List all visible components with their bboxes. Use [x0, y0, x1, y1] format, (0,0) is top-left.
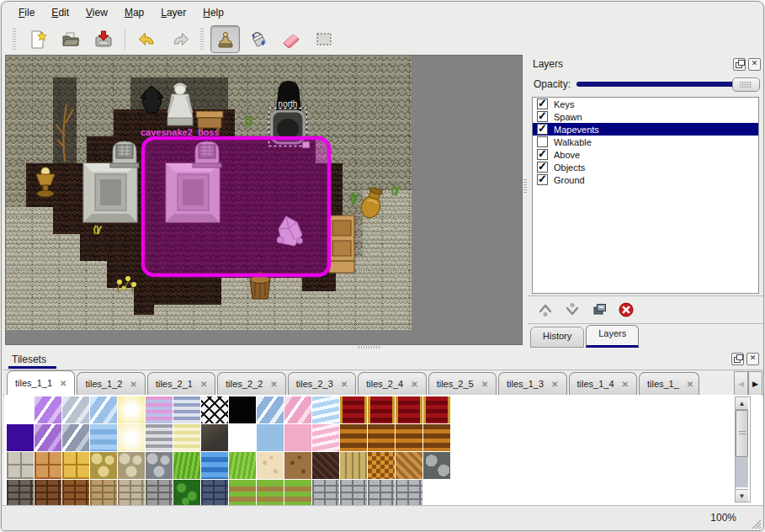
palette-tile[interactable]: [423, 424, 450, 451]
palette-tile[interactable]: [368, 396, 395, 423]
palette-tile[interactable]: [284, 396, 311, 423]
palette-tile[interactable]: [118, 396, 145, 423]
tab-close-icon[interactable]: [130, 380, 136, 389]
palette-tile[interactable]: [173, 424, 200, 451]
palette-tile[interactable]: [368, 480, 395, 505]
tileset-tab-tiles_2_2[interactable]: tiles_2_2: [217, 372, 285, 395]
tab-close-icon[interactable]: [551, 380, 558, 389]
palette-tile[interactable]: [118, 452, 145, 479]
menu-layer[interactable]: Layer: [152, 5, 194, 20]
menu-view[interactable]: View: [77, 5, 116, 20]
palette-tile[interactable]: [312, 424, 339, 451]
map-selection[interactable]: [143, 138, 329, 275]
tileset-tab-tiles_1_1[interactable]: tiles_1_1: [7, 370, 75, 395]
save-file-button[interactable]: [88, 25, 118, 53]
palette-tile[interactable]: [423, 480, 450, 505]
palette-tile[interactable]: [396, 480, 422, 505]
layer-visibility-checkbox[interactable]: [537, 98, 548, 109]
opacity-slider-handle[interactable]: [732, 77, 760, 92]
resize-grip[interactable]: [750, 518, 762, 529]
palette-tile[interactable]: [368, 452, 395, 479]
palette-tile[interactable]: [201, 480, 228, 505]
palette-tile[interactable]: [146, 480, 173, 505]
tileset-tab-tiles_1_[interactable]: tiles_1_: [639, 372, 699, 395]
close-panel-button[interactable]: [748, 58, 761, 71]
layer-visibility-checkbox[interactable]: [537, 149, 548, 160]
layer-row-spawn[interactable]: Spawn: [533, 110, 758, 123]
palette-tile[interactable]: [62, 480, 89, 505]
menu-file[interactable]: File: [10, 5, 43, 20]
tileset-tab-tiles_1_3[interactable]: tiles_1_3: [498, 372, 566, 395]
palette-tile[interactable]: [201, 452, 228, 479]
palette-tile[interactable]: [340, 452, 367, 479]
palette-tile[interactable]: [257, 480, 284, 505]
layer-visibility-checkbox[interactable]: [537, 136, 548, 147]
delete-layer-button[interactable]: [615, 299, 637, 321]
palette-tile[interactable]: [118, 424, 145, 451]
palette-tile[interactable]: [201, 396, 228, 423]
layer-visibility-checkbox[interactable]: [537, 162, 548, 173]
palette-tile[interactable]: [35, 452, 61, 479]
palette-tile[interactable]: [229, 452, 256, 479]
tileset-tab-tiles_1_4[interactable]: tiles_1_4: [569, 372, 637, 395]
palette-tile[interactable]: [312, 480, 339, 505]
palette-tile[interactable]: [312, 452, 339, 479]
tab-close-icon[interactable]: [200, 380, 207, 389]
tab-history[interactable]: History: [530, 327, 584, 348]
layer-visibility-checkbox[interactable]: [537, 111, 548, 122]
palette-tile[interactable]: [35, 424, 61, 451]
float-tilesets-button[interactable]: [731, 353, 744, 365]
palette-tile[interactable]: [201, 424, 228, 451]
layer-row-walkable[interactable]: Walkable: [533, 136, 758, 148]
palette-tile[interactable]: [257, 424, 284, 451]
select-tool-button[interactable]: [309, 25, 338, 53]
palette-tile[interactable]: [396, 396, 422, 423]
palette-tile[interactable]: [7, 424, 34, 451]
tab-close-icon[interactable]: [411, 380, 417, 389]
palette-tile[interactable]: [257, 396, 284, 423]
tab-layers[interactable]: Layers: [586, 325, 639, 348]
palette-tile[interactable]: [90, 396, 117, 423]
tab-close-icon[interactable]: [341, 380, 348, 389]
tileset-tab-tiles_2_3[interactable]: tiles_2_3: [288, 372, 356, 395]
tileset-tab-tiles_2_4[interactable]: tiles_2_4: [358, 372, 426, 395]
palette-tile[interactable]: [312, 396, 339, 423]
tab-close-icon[interactable]: [481, 380, 488, 389]
palette-tile[interactable]: [396, 424, 422, 451]
palette-tile[interactable]: [146, 396, 173, 423]
palette-tile[interactable]: [35, 480, 61, 505]
palette-tile[interactable]: [90, 480, 117, 505]
palette-tile[interactable]: [146, 424, 173, 451]
move-layer-up-button[interactable]: [534, 299, 556, 321]
palette-tile[interactable]: [7, 480, 34, 505]
tileset-tab-tiles_2_5[interactable]: tiles_2_5: [428, 372, 497, 395]
tab-close-icon[interactable]: [687, 380, 693, 389]
palette-tile[interactable]: [229, 480, 256, 505]
palette-tile[interactable]: [284, 424, 311, 451]
map-canvas[interactable]: north cavesnake2_boss cavesnake2_boss: [6, 56, 412, 330]
palette-tile[interactable]: [7, 452, 34, 479]
tab-scroll-right-button[interactable]: ▶: [748, 371, 762, 396]
tileset-tab-tiles_2_1[interactable]: tiles_2_1: [147, 372, 215, 395]
palette-tile[interactable]: [257, 452, 284, 479]
palette-tile[interactable]: [229, 396, 256, 423]
menu-map[interactable]: Map: [116, 5, 152, 20]
tab-close-icon[interactable]: [270, 380, 277, 389]
palette-tile[interactable]: [90, 452, 117, 479]
tab-close-icon[interactable]: [622, 380, 629, 389]
palette-tile[interactable]: [423, 396, 450, 423]
palette-tile[interactable]: [340, 424, 367, 451]
palette-tile[interactable]: [340, 396, 367, 423]
layer-row-ground[interactable]: Ground: [533, 173, 758, 186]
palette-tile[interactable]: [229, 424, 256, 451]
palette-tile[interactable]: [146, 452, 173, 479]
scrollbar-thumb[interactable]: [736, 410, 748, 457]
palette-tile[interactable]: [340, 480, 367, 505]
layer-row-above[interactable]: Above: [533, 148, 758, 161]
move-layer-down-button[interactable]: [561, 299, 583, 321]
fill-tool-button[interactable]: [243, 25, 273, 53]
tab-close-icon[interactable]: [60, 379, 66, 388]
stamp-tool-button[interactable]: [210, 25, 240, 53]
tileset-tab-tiles_1_2[interactable]: tiles_1_2: [77, 372, 145, 395]
eraser-tool-button[interactable]: [276, 25, 305, 53]
